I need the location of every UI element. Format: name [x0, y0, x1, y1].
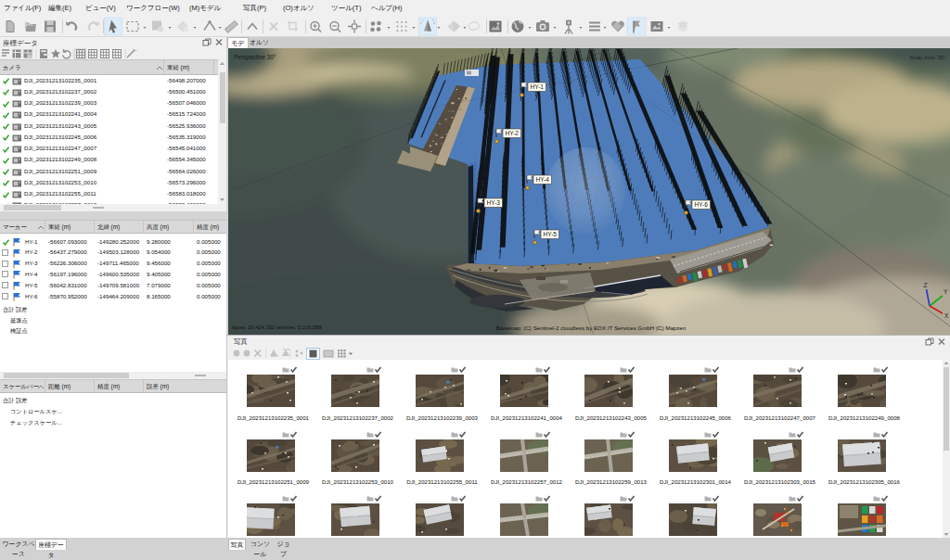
svg-text:HY-5: HY-5: [544, 231, 558, 237]
svg-text:HY-2: HY-2: [506, 130, 520, 136]
svg-text:HY-4: HY-4: [536, 176, 550, 183]
svg-text:Z: Z: [924, 282, 928, 288]
svg-text:X: X: [944, 312, 949, 319]
svg-text:faces: 10,424,332 vertices: 5,: faces: 10,424,332 vertices: 5,216,588: [232, 325, 322, 330]
svg-text:Snap Axis: 3D: Snap Axis: 3D: [909, 55, 944, 60]
svg-text:Basemap: (C) Sentinel-2 cloudl: Basemap: (C) Sentinel-2 cloudless by EOX…: [496, 325, 687, 331]
svg-text:Y: Y: [944, 288, 948, 295]
svg-text:Perspective 30°: Perspective 30°: [234, 54, 276, 61]
svg-text:HY-3: HY-3: [487, 199, 501, 206]
svg-text:HY-6: HY-6: [695, 201, 709, 208]
svg-text:HY-1: HY-1: [531, 83, 545, 90]
